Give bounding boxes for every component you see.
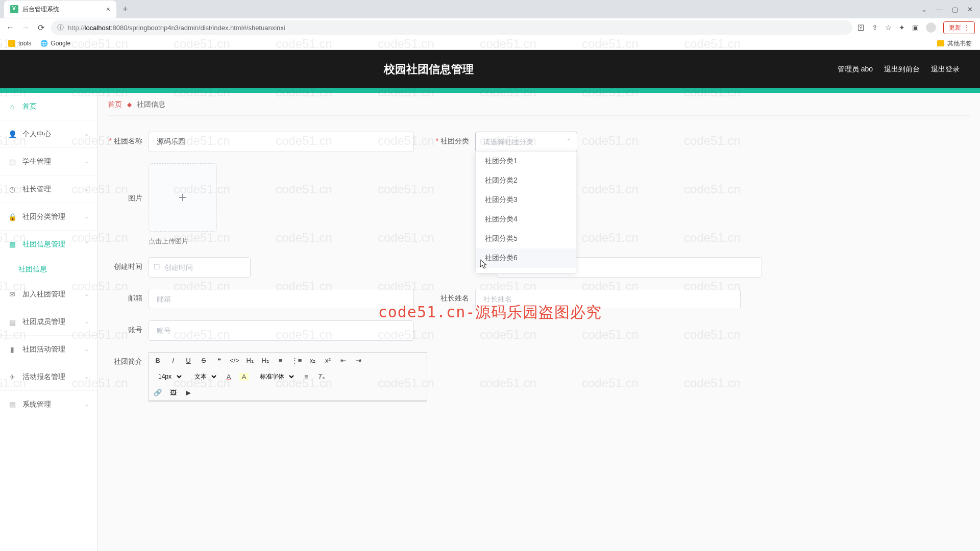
content-area: 首页 ◆ 社团信息 社团名称 社团分类 ⌃ (97, 93, 980, 551)
outdent-icon[interactable]: ⇤ (338, 357, 348, 364)
app-header: 校园社团信息管理 管理员 abo 退出到前台 退出登录 (0, 50, 980, 88)
dropdown-option[interactable]: 社团分类6 (476, 248, 576, 268)
h2-icon[interactable]: H₂ (261, 357, 270, 364)
video-icon[interactable]: ▶ (184, 389, 193, 396)
sidebar-item-member[interactable]: ▦社团成员管理⌄ (0, 308, 97, 336)
sidebar-subitem-clubinfo[interactable]: 社团信息 (0, 258, 97, 281)
dropdown-icon[interactable]: ⌄ (921, 6, 927, 13)
info-icon[interactable]: ⓘ (57, 23, 64, 32)
reload-button[interactable]: ⟳ (36, 23, 46, 33)
key-icon[interactable]: ⚿ (857, 23, 865, 32)
mail-icon: ✉ (8, 290, 16, 298)
dropdown-option[interactable]: 社团分类5 (476, 229, 576, 248)
bookmark-tools[interactable]: tools (8, 40, 31, 47)
plus-icon: + (179, 189, 187, 206)
chevron-up-icon: ⌃ (566, 138, 571, 145)
font-family-select[interactable]: 标准字体 (255, 371, 296, 382)
dropdown-option[interactable]: 社团分类3 (476, 190, 576, 210)
sidebar-item-signup[interactable]: ✈活动报名管理⌄ (0, 363, 97, 391)
label-email: 邮箱 (108, 289, 149, 303)
align-icon[interactable]: ≡ (302, 373, 311, 381)
dropdown-option[interactable]: 社团分类1 (476, 152, 576, 171)
chevron-up-icon: ⌃ (84, 241, 89, 247)
grid-icon: ▦ (8, 158, 16, 166)
input-account[interactable] (149, 320, 414, 341)
underline-icon[interactable]: U (184, 357, 193, 364)
form-item-leader: 社长姓名 (434, 289, 741, 309)
label-category: 社团分类 (434, 132, 475, 146)
extension-icon[interactable]: ✦ (899, 23, 905, 32)
url-bar[interactable]: ⓘ http://localhost:8080/springbootnp4n3/… (51, 20, 852, 35)
input-email[interactable] (149, 289, 414, 309)
select-category[interactable]: ⌃ 社团分类1 社团分类2 社团分类3 社团分类4 社团分类5 社团分类6 计算… (475, 132, 577, 152)
label-account: 账号 (108, 320, 149, 335)
browser-tab[interactable]: 后台管理系统 × (4, 1, 116, 18)
new-tab-button[interactable]: + (122, 4, 128, 15)
dropdown-option[interactable]: 社团分类2 (476, 171, 576, 190)
text-color-icon[interactable]: A (224, 373, 233, 381)
style-select[interactable]: 文本 (189, 371, 218, 382)
sidebar: ⌂首页 👤个人中心⌄ ▦学生管理⌄ ◷社长管理⌄ 🔒社团分类管理⌄ ▤社团信息管… (0, 93, 97, 551)
input-club-name[interactable] (149, 132, 414, 152)
sup-icon[interactable]: x² (323, 357, 332, 364)
sidebar-item-system[interactable]: ▦系统管理⌄ (0, 391, 97, 418)
profile-icon[interactable] (926, 22, 936, 33)
clock-icon: ◷ (8, 185, 16, 193)
header-user[interactable]: 管理员 abo (838, 65, 873, 74)
plane-icon: ✈ (8, 373, 16, 381)
sidebar-item-profile[interactable]: 👤个人中心⌄ (0, 120, 97, 148)
form-item-name: 社团名称 (108, 132, 414, 152)
clear-format-icon[interactable]: Tₓ (317, 373, 326, 381)
dropdown-option[interactable]: 计算机 (476, 268, 576, 273)
image-icon[interactable]: 🖼 (168, 389, 178, 396)
share-icon[interactable]: ⇪ (872, 23, 878, 32)
sidebar-item-activity[interactable]: ▮社团活动管理⌄ (0, 336, 97, 363)
sidebar-item-join[interactable]: ✉加入社团管理⌄ (0, 281, 97, 308)
bookmark-google[interactable]: 🌐Google (40, 40, 70, 47)
sub-icon[interactable]: x₂ (308, 357, 317, 364)
header-front-link[interactable]: 退出到前台 (884, 65, 920, 74)
sidebar-item-student[interactable]: ▦学生管理⌄ (0, 148, 97, 176)
minimize-icon[interactable]: — (936, 6, 943, 13)
indent-icon[interactable]: ⇥ (354, 357, 363, 364)
breadcrumb-home[interactable]: 首页 (108, 100, 122, 109)
tab-close-icon[interactable]: × (106, 5, 110, 13)
select-category-input[interactable] (475, 132, 577, 152)
sidebar-item-home[interactable]: ⌂首页 (0, 93, 97, 120)
ol-icon[interactable]: ≡ (276, 357, 285, 364)
list-icon: ▤ (8, 240, 16, 248)
forward-button[interactable]: → (20, 23, 31, 32)
breadcrumb-current: 社团信息 (137, 100, 165, 109)
header-logout-link[interactable]: 退出登录 (931, 65, 960, 74)
ul-icon[interactable]: ⋮≡ (291, 357, 302, 364)
rich-text-editor[interactable]: B I U S ❝ </> H₁ H₂ ≡ ⋮≡ x₂ (149, 352, 427, 402)
input-leader[interactable] (475, 289, 741, 309)
star-icon[interactable]: ☆ (885, 23, 892, 32)
sidebar-item-clubinfo[interactable]: ▤社团信息管理⌃ (0, 231, 97, 258)
bold-icon[interactable]: B (153, 357, 162, 364)
code-icon[interactable]: </> (230, 357, 239, 364)
chevron-down-icon: ⌄ (84, 158, 89, 165)
bg-color-icon[interactable]: A (239, 373, 249, 381)
upload-box[interactable]: + (149, 163, 217, 232)
sidebar-item-category[interactable]: 🔒社团分类管理⌄ (0, 203, 97, 231)
category-dropdown: 社团分类1 社团分类2 社团分类3 社团分类4 社团分类5 社团分类6 计算机 (475, 151, 576, 273)
bookmark-other[interactable]: 其他书签 (937, 39, 972, 48)
link-icon[interactable]: 🔗 (153, 389, 162, 396)
chevron-down-icon: ⌄ (84, 291, 89, 297)
update-button[interactable]: 更新 (943, 21, 975, 34)
back-button[interactable]: ← (5, 23, 15, 32)
italic-icon[interactable]: I (168, 357, 178, 364)
breadcrumb-icon: ◆ (127, 101, 132, 108)
strike-icon[interactable]: S (199, 357, 208, 364)
label-createtime: 创建时间 (108, 257, 149, 271)
sidebar-item-leader[interactable]: ◷社长管理⌄ (0, 176, 97, 203)
panel-icon[interactable]: ▣ (912, 23, 919, 32)
quote-icon[interactable]: ❝ (214, 357, 224, 364)
dropdown-option[interactable]: 社团分类4 (476, 210, 576, 229)
h1-icon[interactable]: H₁ (246, 357, 255, 364)
maximize-icon[interactable]: ▢ (952, 6, 958, 13)
font-size-select[interactable]: 14px (153, 371, 183, 382)
input-create-time[interactable] (149, 257, 251, 278)
close-icon[interactable]: ✕ (967, 6, 973, 13)
